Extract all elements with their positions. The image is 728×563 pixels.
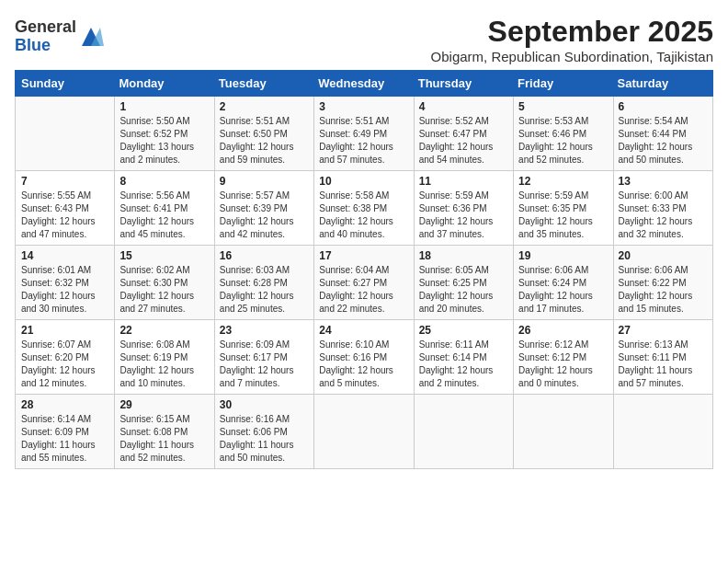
day-cell: 3Sunrise: 5:51 AM Sunset: 6:49 PM Daylig… bbox=[314, 97, 414, 171]
day-info: Sunrise: 5:58 AM Sunset: 6:38 PM Dayligh… bbox=[319, 190, 408, 241]
column-header-friday: Friday bbox=[514, 71, 613, 97]
title-block: September 2025 Obigarm, Republican Subor… bbox=[431, 15, 713, 64]
day-number: 30 bbox=[220, 398, 309, 411]
day-cell: 21Sunrise: 6:07 AM Sunset: 6:20 PM Dayli… bbox=[16, 320, 115, 395]
day-info: Sunrise: 6:10 AM Sunset: 6:16 PM Dayligh… bbox=[319, 339, 408, 390]
day-cell: 14Sunrise: 6:01 AM Sunset: 6:32 PM Dayli… bbox=[16, 246, 115, 320]
day-number: 15 bbox=[119, 249, 209, 262]
day-number: 13 bbox=[619, 175, 708, 188]
day-number: 22 bbox=[119, 324, 209, 337]
day-info: Sunrise: 6:06 AM Sunset: 6:24 PM Dayligh… bbox=[518, 264, 608, 316]
day-info: Sunrise: 6:08 AM Sunset: 6:19 PM Dayligh… bbox=[119, 339, 209, 390]
day-cell: 13Sunrise: 6:00 AM Sunset: 6:33 PM Dayli… bbox=[613, 171, 712, 246]
day-info: Sunrise: 5:52 AM Sunset: 6:47 PM Dayligh… bbox=[419, 115, 508, 167]
day-number: 27 bbox=[619, 324, 708, 337]
logo-general: General bbox=[15, 17, 76, 36]
day-number: 19 bbox=[518, 249, 608, 262]
day-number: 11 bbox=[419, 175, 508, 188]
day-number: 8 bbox=[119, 175, 209, 188]
week-row-5: 28Sunrise: 6:14 AM Sunset: 6:09 PM Dayli… bbox=[16, 395, 713, 469]
day-cell: 12Sunrise: 5:59 AM Sunset: 6:35 PM Dayli… bbox=[514, 171, 613, 246]
day-number: 14 bbox=[21, 249, 109, 262]
header-row: SundayMondayTuesdayWednesdayThursdayFrid… bbox=[16, 71, 713, 97]
day-cell: 23Sunrise: 6:09 AM Sunset: 6:17 PM Dayli… bbox=[214, 320, 313, 395]
day-number: 18 bbox=[419, 249, 508, 262]
day-info: Sunrise: 5:51 AM Sunset: 6:49 PM Dayligh… bbox=[319, 115, 408, 167]
calendar-table: SundayMondayTuesdayWednesdayThursdayFrid… bbox=[15, 70, 713, 469]
day-number: 9 bbox=[220, 175, 309, 188]
day-number: 21 bbox=[21, 324, 109, 337]
day-info: Sunrise: 6:12 AM Sunset: 6:12 PM Dayligh… bbox=[518, 339, 608, 390]
day-cell bbox=[414, 395, 513, 469]
day-cell: 10Sunrise: 5:58 AM Sunset: 6:38 PM Dayli… bbox=[314, 171, 414, 246]
day-info: Sunrise: 6:01 AM Sunset: 6:32 PM Dayligh… bbox=[21, 264, 109, 316]
day-cell bbox=[514, 395, 613, 469]
day-cell: 30Sunrise: 6:16 AM Sunset: 6:06 PM Dayli… bbox=[214, 395, 313, 469]
location-subtitle: Obigarm, Republican Subordination, Tajik… bbox=[431, 49, 713, 64]
page-header: General Blue September 2025 Obigarm, Rep… bbox=[15, 15, 713, 64]
day-info: Sunrise: 5:57 AM Sunset: 6:39 PM Dayligh… bbox=[220, 190, 309, 241]
day-cell: 27Sunrise: 6:13 AM Sunset: 6:11 PM Dayli… bbox=[613, 320, 712, 395]
day-number: 6 bbox=[619, 100, 708, 113]
month-title: September 2025 bbox=[431, 15, 713, 49]
day-info: Sunrise: 5:59 AM Sunset: 6:35 PM Dayligh… bbox=[518, 190, 608, 241]
day-cell: 25Sunrise: 6:11 AM Sunset: 6:14 PM Dayli… bbox=[414, 320, 513, 395]
day-cell: 15Sunrise: 6:02 AM Sunset: 6:30 PM Dayli… bbox=[115, 246, 214, 320]
day-info: Sunrise: 6:09 AM Sunset: 6:17 PM Dayligh… bbox=[220, 339, 309, 390]
day-cell: 24Sunrise: 6:10 AM Sunset: 6:16 PM Dayli… bbox=[314, 320, 414, 395]
day-number: 20 bbox=[619, 249, 708, 262]
logo: General Blue bbox=[15, 18, 104, 55]
day-cell: 28Sunrise: 6:14 AM Sunset: 6:09 PM Dayli… bbox=[16, 395, 115, 469]
week-row-3: 14Sunrise: 6:01 AM Sunset: 6:32 PM Dayli… bbox=[16, 246, 713, 320]
day-cell: 7Sunrise: 5:55 AM Sunset: 6:43 PM Daylig… bbox=[16, 171, 115, 246]
column-header-saturday: Saturday bbox=[613, 71, 712, 97]
column-header-tuesday: Tuesday bbox=[214, 71, 313, 97]
day-cell bbox=[314, 395, 414, 469]
day-cell bbox=[613, 395, 712, 469]
day-cell bbox=[16, 97, 115, 171]
day-number: 10 bbox=[319, 175, 408, 188]
day-info: Sunrise: 6:15 AM Sunset: 6:08 PM Dayligh… bbox=[119, 413, 209, 465]
day-number: 23 bbox=[220, 324, 309, 337]
day-number: 25 bbox=[419, 324, 508, 337]
logo-icon bbox=[78, 24, 104, 50]
day-number: 26 bbox=[518, 324, 608, 337]
day-info: Sunrise: 6:16 AM Sunset: 6:06 PM Dayligh… bbox=[220, 413, 309, 465]
day-cell: 1Sunrise: 5:50 AM Sunset: 6:52 PM Daylig… bbox=[115, 97, 214, 171]
day-info: Sunrise: 5:54 AM Sunset: 6:44 PM Dayligh… bbox=[619, 115, 708, 167]
day-number: 5 bbox=[518, 100, 608, 113]
day-cell: 19Sunrise: 6:06 AM Sunset: 6:24 PM Dayli… bbox=[514, 246, 613, 320]
day-number: 17 bbox=[319, 249, 408, 262]
day-number: 16 bbox=[220, 249, 309, 262]
day-cell: 26Sunrise: 6:12 AM Sunset: 6:12 PM Dayli… bbox=[514, 320, 613, 395]
day-cell: 20Sunrise: 6:06 AM Sunset: 6:22 PM Dayli… bbox=[613, 246, 712, 320]
day-cell: 17Sunrise: 6:04 AM Sunset: 6:27 PM Dayli… bbox=[314, 246, 414, 320]
week-row-4: 21Sunrise: 6:07 AM Sunset: 6:20 PM Dayli… bbox=[16, 320, 713, 395]
column-header-wednesday: Wednesday bbox=[314, 71, 414, 97]
day-info: Sunrise: 5:56 AM Sunset: 6:41 PM Dayligh… bbox=[119, 190, 209, 241]
week-row-2: 7Sunrise: 5:55 AM Sunset: 6:43 PM Daylig… bbox=[16, 171, 713, 246]
column-header-thursday: Thursday bbox=[414, 71, 513, 97]
day-info: Sunrise: 6:07 AM Sunset: 6:20 PM Dayligh… bbox=[21, 339, 109, 390]
day-number: 28 bbox=[21, 398, 109, 411]
day-info: Sunrise: 5:50 AM Sunset: 6:52 PM Dayligh… bbox=[119, 115, 209, 167]
day-info: Sunrise: 5:51 AM Sunset: 6:50 PM Dayligh… bbox=[220, 115, 309, 167]
day-cell: 16Sunrise: 6:03 AM Sunset: 6:28 PM Dayli… bbox=[214, 246, 313, 320]
day-info: Sunrise: 6:05 AM Sunset: 6:25 PM Dayligh… bbox=[419, 264, 508, 316]
day-cell: 2Sunrise: 5:51 AM Sunset: 6:50 PM Daylig… bbox=[214, 97, 313, 171]
day-cell: 8Sunrise: 5:56 AM Sunset: 6:41 PM Daylig… bbox=[115, 171, 214, 246]
day-cell: 6Sunrise: 5:54 AM Sunset: 6:44 PM Daylig… bbox=[613, 97, 712, 171]
day-cell: 29Sunrise: 6:15 AM Sunset: 6:08 PM Dayli… bbox=[115, 395, 214, 469]
day-number: 24 bbox=[319, 324, 408, 337]
day-number: 29 bbox=[119, 398, 209, 411]
day-cell: 4Sunrise: 5:52 AM Sunset: 6:47 PM Daylig… bbox=[414, 97, 513, 171]
day-info: Sunrise: 6:04 AM Sunset: 6:27 PM Dayligh… bbox=[319, 264, 408, 316]
column-header-monday: Monday bbox=[115, 71, 214, 97]
day-number: 7 bbox=[21, 175, 109, 188]
day-info: Sunrise: 5:59 AM Sunset: 6:36 PM Dayligh… bbox=[419, 190, 508, 241]
day-cell: 5Sunrise: 5:53 AM Sunset: 6:46 PM Daylig… bbox=[514, 97, 613, 171]
day-info: Sunrise: 6:06 AM Sunset: 6:22 PM Dayligh… bbox=[619, 264, 708, 316]
day-info: Sunrise: 6:11 AM Sunset: 6:14 PM Dayligh… bbox=[419, 339, 508, 390]
day-info: Sunrise: 6:02 AM Sunset: 6:30 PM Dayligh… bbox=[119, 264, 209, 316]
week-row-1: 1Sunrise: 5:50 AM Sunset: 6:52 PM Daylig… bbox=[16, 97, 713, 171]
